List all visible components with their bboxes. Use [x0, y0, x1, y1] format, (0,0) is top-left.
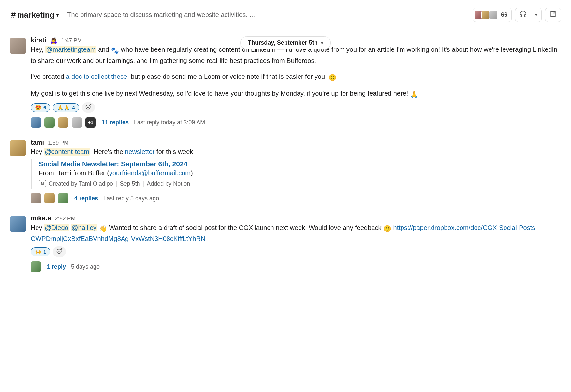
message-header: tami 1:59 PM	[31, 139, 561, 146]
reply-avatar	[72, 117, 82, 128]
emoji-pray: 🙏	[410, 90, 418, 100]
chevron-down-icon: ▾	[535, 12, 537, 17]
channel-name-button[interactable]: # marketing ▾	[11, 10, 59, 20]
timestamp[interactable]: 2:52 PM	[55, 216, 75, 222]
headphones-icon	[519, 10, 527, 20]
emoji-smile: 🙂	[383, 224, 391, 234]
last-reply: Last reply today at 3:09 AM	[134, 119, 205, 126]
svg-point-1	[86, 105, 90, 109]
thread-summary[interactable]: +1 11 replies Last reply today at 3:09 A…	[31, 117, 561, 128]
message-text: Hey, @marketingteam and 🐾 who have been …	[31, 45, 561, 100]
message: mike.e 2:52 PM Hey @Diego @hailley 👋 Wan…	[10, 211, 561, 280]
user-avatar[interactable]	[10, 216, 26, 232]
user-name[interactable]: mike.e	[31, 215, 51, 222]
attachment-meta: N Created by Tami Oladipo | Sep 5th | Ad…	[39, 180, 561, 187]
chevron-down-icon: ▾	[321, 40, 323, 45]
huddle-button[interactable]	[515, 8, 531, 22]
message-header: mike.e 2:52 PM	[31, 215, 561, 222]
reaction[interactable]: 🙏🙏 4	[53, 103, 79, 112]
channel-name-text: marketing	[17, 10, 54, 20]
reply-count: 1 reply	[47, 263, 66, 270]
mention[interactable]: @Diego	[44, 224, 69, 231]
notion-icon: N	[39, 180, 46, 187]
link[interactable]: a doc to collect these,	[66, 73, 129, 80]
chevron-down-icon: ▾	[56, 12, 59, 18]
add-reaction-icon	[56, 248, 63, 256]
reaction-emoji: 🙏🙏	[57, 105, 70, 111]
attachment-email-link[interactable]: yourfriends@buffermail.com	[109, 169, 191, 176]
user-avatar[interactable]	[10, 38, 26, 54]
add-reaction-icon	[85, 104, 92, 112]
message-text: Hey @content-team! Here's the newsletter…	[31, 147, 561, 157]
user-name[interactable]: kirsti	[31, 36, 46, 44]
reply-avatar	[44, 117, 55, 128]
attachment[interactable]: Social Media Newsletter: September 6th, …	[31, 159, 561, 189]
hash-icon: #	[11, 10, 16, 20]
custom-emoji: 🐾	[111, 46, 119, 56]
reaction-count: 6	[43, 105, 46, 110]
user-name[interactable]: tami	[31, 139, 44, 146]
members-button[interactable]: 66	[473, 8, 512, 22]
member-count: 66	[501, 11, 507, 18]
reply-avatar	[58, 193, 68, 203]
reactions: 🙌 1	[31, 246, 561, 257]
reaction-count: 1	[43, 249, 46, 255]
canvas-button[interactable]	[545, 8, 561, 22]
message-body: mike.e 2:52 PM Hey @Diego @hailley 👋 Wan…	[31, 215, 561, 272]
reaction[interactable]: 🙌 1	[31, 247, 50, 256]
timestamp[interactable]: 1:59 PM	[48, 140, 68, 146]
reply-avatar-overflow: +1	[85, 117, 96, 128]
reply-avatar	[31, 193, 41, 203]
reaction[interactable]: 😍 6	[31, 103, 50, 112]
emoji-smile: 🙂	[329, 73, 337, 83]
message-body: kirsti 🙇‍♀️ 1:47 PM Hey, @marketingteam …	[31, 36, 561, 128]
message-body: tami 1:59 PM Hey @content-team! Here's t…	[31, 139, 561, 203]
message-text: Hey @Diego @hailley 👋 Wanted to share a …	[31, 223, 561, 244]
reply-count: 4 replies	[74, 195, 98, 202]
thread-summary[interactable]: 4 replies Last reply 5 days ago	[31, 193, 561, 203]
reply-count: 11 replies	[102, 119, 129, 126]
add-reaction-button[interactable]	[53, 246, 66, 257]
reply-avatar	[44, 193, 55, 203]
canvas-icon	[549, 10, 557, 19]
reply-avatar	[31, 261, 41, 272]
last-reply: 5 days ago	[71, 263, 100, 270]
channel-header: # marketing ▾ The primary space to discu…	[0, 0, 571, 30]
date-divider: Thursday, September 5th ▾	[240, 36, 331, 49]
date-jump-button[interactable]: Thursday, September 5th ▾	[240, 36, 331, 49]
mention[interactable]: @hailley	[71, 224, 97, 231]
message: tami 1:59 PM Hey @content-team! Here's t…	[10, 135, 561, 211]
huddle-menu-button[interactable]: ▾	[531, 8, 542, 22]
status-emoji: 🙇‍♀️	[50, 37, 57, 44]
mention[interactable]: @marketingteam	[45, 46, 96, 53]
svg-point-2	[57, 249, 61, 253]
add-reaction-button[interactable]	[82, 102, 95, 113]
reaction-emoji: 😍	[35, 105, 41, 111]
date-label: Thursday, September 5th	[248, 39, 318, 46]
link[interactable]: newsletter	[125, 148, 154, 155]
emoji-wave: 👋	[99, 224, 107, 234]
reply-avatar	[31, 117, 41, 128]
reaction-count: 4	[72, 105, 75, 110]
channel-topic[interactable]: The primary space to discuss marketing a…	[67, 11, 256, 19]
member-avatars	[474, 10, 498, 20]
reply-avatar	[58, 117, 68, 128]
reactions: 😍 6 🙏🙏 4	[31, 102, 561, 113]
last-reply: Last reply 5 days ago	[103, 195, 159, 202]
mention[interactable]: @content-team	[44, 148, 90, 156]
user-avatar[interactable]	[10, 140, 26, 156]
reaction-emoji: 🙌	[35, 249, 41, 255]
timestamp[interactable]: 1:47 PM	[61, 37, 82, 44]
message-list: kirsti 🙇‍♀️ 1:47 PM Hey, @marketingteam …	[0, 30, 571, 289]
avatar	[489, 10, 498, 20]
attachment-title: Social Media Newsletter: September 6th, …	[39, 160, 561, 168]
huddle-button-group: ▾	[515, 8, 542, 22]
attachment-from: From: Tami from Buffer (yourfriends@buff…	[39, 169, 561, 177]
thread-summary[interactable]: 1 reply 5 days ago	[31, 261, 561, 272]
header-actions: 66 ▾	[473, 8, 561, 22]
